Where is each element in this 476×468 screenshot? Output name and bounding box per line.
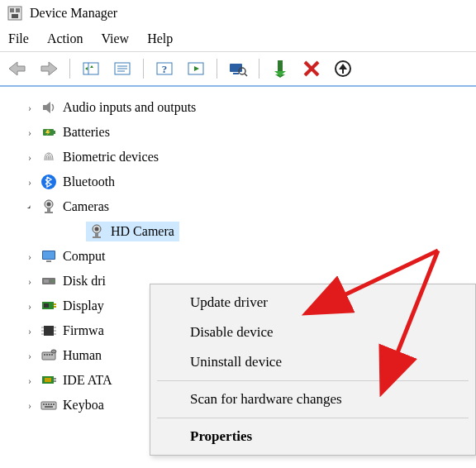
menu-action[interactable]: Action xyxy=(47,31,83,46)
tree-item-bluetooth[interactable]: › Bluetooth xyxy=(0,170,476,194)
chevron-right-icon[interactable]: › xyxy=(25,151,35,164)
disk-icon xyxy=(40,272,58,290)
svg-rect-73 xyxy=(50,404,52,405)
svg-rect-50 xyxy=(54,303,56,305)
svg-rect-19 xyxy=(233,73,239,74)
tree-item-label: IDE ATA xyxy=(63,373,112,388)
chevron-right-icon[interactable]: › xyxy=(25,325,35,337)
tree-item-label: Human xyxy=(63,348,102,363)
tree-item-label: Disk dri xyxy=(63,274,106,289)
svg-point-35 xyxy=(47,203,51,207)
tree-item-label: Display xyxy=(63,298,104,313)
svg-point-46 xyxy=(52,280,54,282)
tree-item-batteries[interactable]: › Batteries xyxy=(0,120,476,145)
chevron-right-icon[interactable]: › xyxy=(25,399,35,412)
svg-rect-22 xyxy=(278,60,283,71)
battery-icon xyxy=(40,123,58,141)
svg-marker-8 xyxy=(85,67,88,70)
menu-update-driver[interactable]: Update driver xyxy=(150,288,475,318)
svg-rect-49 xyxy=(44,303,49,308)
back-button[interactable] xyxy=(3,56,31,81)
tree-item-hd-camera[interactable]: HD Camera xyxy=(0,219,476,244)
display-adapter-icon xyxy=(40,297,58,315)
monitor-icon xyxy=(40,247,58,265)
svg-rect-67 xyxy=(54,378,56,380)
chevron-right-icon[interactable]: › xyxy=(25,350,35,362)
fingerprint-icon xyxy=(40,148,58,166)
svg-point-64 xyxy=(51,350,56,353)
speaker-icon xyxy=(40,98,58,117)
menu-separator xyxy=(157,418,469,418)
svg-rect-71 xyxy=(45,404,47,405)
chevron-down-icon[interactable]: › xyxy=(21,199,37,215)
context-menu: Update driver Disable device Uninstall d… xyxy=(150,284,476,456)
forward-button[interactable] xyxy=(35,56,63,81)
show-hidden-button[interactable] xyxy=(77,56,105,81)
svg-rect-62 xyxy=(49,354,50,356)
svg-rect-68 xyxy=(54,380,56,382)
menu-view[interactable]: View xyxy=(101,31,129,46)
menu-file[interactable]: File xyxy=(8,31,29,46)
chevron-right-icon[interactable]: › xyxy=(25,300,35,313)
svg-rect-3 xyxy=(12,14,18,18)
svg-rect-37 xyxy=(45,212,53,213)
help-button[interactable]: ? xyxy=(150,56,178,81)
enable-device-button[interactable] xyxy=(266,56,294,81)
disable-device-button[interactable] xyxy=(298,56,326,81)
svg-line-21 xyxy=(245,74,247,76)
tree-item-label: Keyboa xyxy=(63,398,104,413)
chevron-right-icon[interactable]: › xyxy=(25,251,35,263)
chevron-right-icon[interactable]: › xyxy=(25,102,35,114)
action-button[interactable] xyxy=(182,56,210,81)
menu-bar: File Action View Help xyxy=(0,28,476,52)
menu-scan-hardware[interactable]: Scan for hardware changes xyxy=(150,384,475,414)
svg-rect-60 xyxy=(44,354,45,356)
tree-item-label: Comput xyxy=(63,249,106,264)
chevron-right-icon[interactable]: › xyxy=(25,127,35,139)
tree-item-label: Cameras xyxy=(63,199,109,214)
toolbar-separator xyxy=(217,59,217,79)
chevron-right-icon[interactable]: › xyxy=(25,275,35,288)
menu-properties[interactable]: Properties xyxy=(150,422,475,451)
chevron-right-icon[interactable]: › xyxy=(25,176,35,189)
toolbar-separator xyxy=(259,59,259,79)
tree-item-label: Biometric devices xyxy=(63,150,159,165)
svg-point-39 xyxy=(95,227,99,232)
svg-marker-4 xyxy=(9,62,25,75)
svg-rect-51 xyxy=(54,306,56,308)
tree-item-computers[interactable]: › Comput xyxy=(0,244,476,269)
tree-item-cameras[interactable]: › Cameras xyxy=(0,194,476,219)
menu-help[interactable]: Help xyxy=(147,31,173,46)
tree-item-audio[interactable]: › Audio inputs and outputs xyxy=(0,95,476,120)
svg-rect-43 xyxy=(43,251,55,259)
svg-rect-1 xyxy=(10,8,14,12)
svg-rect-69 xyxy=(41,402,56,409)
svg-rect-44 xyxy=(46,260,51,262)
svg-marker-5 xyxy=(41,62,57,75)
svg-rect-31 xyxy=(54,131,55,134)
properties-button[interactable] xyxy=(108,56,136,81)
svg-marker-29 xyxy=(43,102,50,113)
svg-rect-66 xyxy=(45,378,51,382)
toolbar: ? xyxy=(0,52,476,87)
svg-marker-9 xyxy=(90,65,93,68)
menu-separator xyxy=(157,380,469,381)
svg-rect-2 xyxy=(16,8,20,12)
update-driver-button[interactable] xyxy=(329,56,357,81)
scan-hardware-button[interactable] xyxy=(224,56,252,81)
tree-item-label: Audio inputs and outputs xyxy=(63,100,196,115)
window-title: Device Manager xyxy=(30,6,117,21)
svg-rect-40 xyxy=(95,233,98,236)
svg-rect-70 xyxy=(43,404,45,405)
title-bar: Device Manager xyxy=(0,0,476,28)
menu-disable-device[interactable]: Disable device xyxy=(150,318,475,347)
chevron-right-icon[interactable]: › xyxy=(25,375,35,387)
svg-marker-24 xyxy=(274,71,286,76)
svg-rect-61 xyxy=(46,354,48,356)
svg-rect-52 xyxy=(44,326,54,336)
svg-rect-63 xyxy=(51,354,53,356)
svg-rect-41 xyxy=(93,236,101,238)
menu-uninstall-device[interactable]: Uninstall device xyxy=(150,347,475,377)
svg-rect-36 xyxy=(47,208,50,212)
tree-item-biometric[interactable]: › Biometric devices xyxy=(0,145,476,170)
